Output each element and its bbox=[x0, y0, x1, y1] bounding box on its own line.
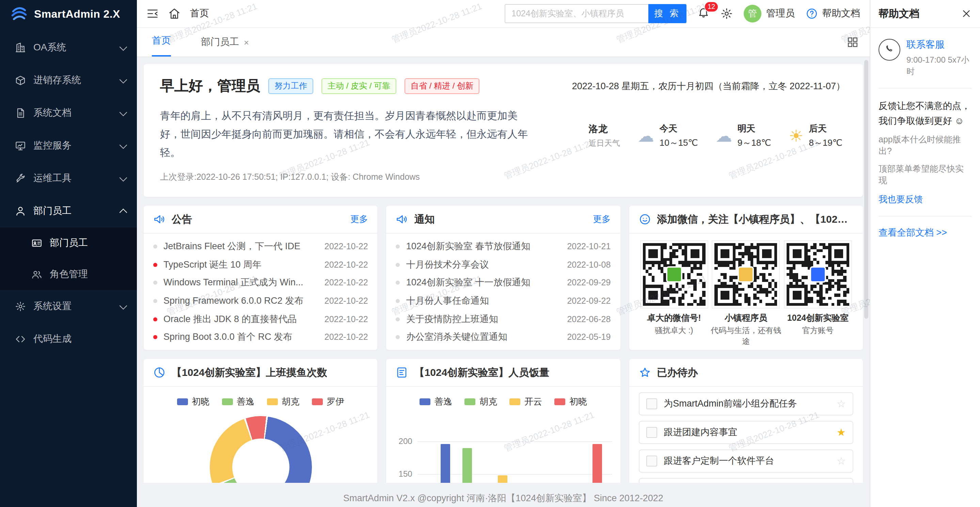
notice-row[interactable]: 办公室消杀关键位置通知2022-05-19 bbox=[396, 328, 611, 346]
feedback-link[interactable]: 我也要反馈 bbox=[878, 193, 972, 206]
todo-row[interactable]: 跟进客户定制一个软件平台 ☆ bbox=[638, 450, 853, 473]
notices-card: 通知 更多 1024创新实验室 春节放假通知2022-10-21 十月份技术分享… bbox=[387, 206, 620, 350]
sidebar-subitem-department-staff[interactable]: 部门员工 bbox=[0, 227, 137, 259]
smartadmin-logo-icon bbox=[10, 5, 28, 23]
breadcrumb[interactable]: 首页 bbox=[190, 8, 209, 20]
feedback-item: app版本什么时候能推出? bbox=[878, 134, 972, 157]
sidebar-item-system-docs[interactable]: 系统文档 bbox=[0, 97, 137, 129]
announcement-row[interactable]: Spring Framework 6.0.0 RC2 发布2022-10-22 bbox=[153, 292, 368, 310]
date-line: 2022-10-28 星期五，农历十月初四（当前霜降，立冬 2022-11-07… bbox=[572, 80, 845, 93]
greeting-title: 早上好，管理员 bbox=[160, 76, 260, 95]
sidebar: SmartAdmin 2.X OA系统 进销存系统 系统文档 监控服务 bbox=[0, 0, 137, 507]
phone-icon bbox=[878, 39, 900, 60]
user-menu[interactable]: 管 管理员 bbox=[744, 5, 795, 22]
slacking-chart-card: 【1024创新实验室】上班摸鱼次数 初晓 善逸 胡克 罗伊 bbox=[144, 359, 378, 483]
slacking-chart-title: 【1024创新实验室】上班摸鱼次数 bbox=[172, 366, 327, 379]
collapse-sidebar-icon[interactable] bbox=[146, 8, 159, 20]
sidebar-subitem-role-management[interactable]: 角色管理 bbox=[0, 259, 137, 290]
todo-checkbox[interactable] bbox=[646, 456, 657, 466]
building-icon bbox=[15, 42, 26, 53]
sidebar-item-system-settings[interactable]: 系统设置 bbox=[0, 290, 137, 323]
wechat-card: 添加微信，关注【小镇程序员】、【1024创新实验室】 卓大的微信号! 骚扰卓大 … bbox=[629, 206, 863, 350]
announcement-row[interactable]: Spring Boot 3.0.0 首个 RC 发布2022-10-22 bbox=[153, 328, 368, 346]
settings-gear-icon[interactable] bbox=[721, 8, 733, 20]
announcement-row[interactable]: Oracle 推出 JDK 8 的直接替代品2022-10-22 bbox=[153, 310, 368, 328]
smiley-icon bbox=[638, 213, 651, 226]
dashboard-content: 早上好，管理员 努力工作 主动 / 皮实 / 可靠 自省 / 精进 / 创新 2… bbox=[137, 57, 870, 507]
feedback-heading: 反馈让您不满意的点，我们争取做到更好 ☺ bbox=[878, 99, 972, 128]
tab-home[interactable]: 首页 bbox=[152, 27, 171, 57]
todo-row-clipped[interactable] bbox=[638, 478, 853, 483]
sidebar-item-oa-system[interactable]: OA系统 bbox=[0, 31, 137, 64]
todo-row[interactable]: 跟进团建内容事宜 ★ bbox=[638, 421, 853, 444]
feedback-item: 顶部菜单希望能尽快实现 bbox=[878, 164, 972, 187]
header-right: 搜 索 12 管 管理员 帮助文档 bbox=[504, 4, 860, 23]
todo-row[interactable]: 为SmartAdmin前端小组分配任务 ☆ bbox=[638, 392, 853, 415]
search-button[interactable]: 搜 索 bbox=[648, 4, 686, 23]
contact-hours: 9:00-17:00 5x7小时 bbox=[907, 54, 972, 78]
chevron-down-icon bbox=[119, 141, 127, 149]
sidebar-item-code-generator[interactable]: 代码生成 bbox=[0, 323, 137, 356]
announcement-row[interactable]: Windows Terminal 正式成为 Win...2022-10-22 bbox=[153, 274, 368, 292]
box-icon bbox=[15, 75, 26, 86]
home-icon[interactable] bbox=[168, 8, 180, 20]
last-login-info: 上次登录:2022-10-26 17:50:51; IP:127.0.0.1; … bbox=[160, 172, 846, 183]
qr-image bbox=[784, 240, 852, 308]
announcements-more-link[interactable]: 更多 bbox=[350, 213, 368, 226]
todo-checkbox[interactable] bbox=[646, 398, 657, 409]
notifications-bell[interactable]: 12 bbox=[697, 6, 710, 21]
all-docs-link[interactable]: 查看全部文档 >> bbox=[878, 227, 972, 239]
todo-title: 已办待办 bbox=[657, 366, 698, 379]
star-outline-icon[interactable]: ☆ bbox=[837, 398, 846, 410]
doughnut-legend: 初晓 善逸 胡克 罗伊 bbox=[144, 396, 378, 408]
todo-card: 已办待办 为SmartAdmin前端小组分配任务 ☆ 跟进团建内容事宜 ★ bbox=[629, 359, 863, 483]
notice-row[interactable]: 十月份技术分享会议2022-10-08 bbox=[396, 256, 611, 274]
sidebar-menu: OA系统 进销存系统 系统文档 监控服务 运维工具 bbox=[0, 29, 137, 356]
sidebar-item-department-staff[interactable]: 部门员工 bbox=[0, 195, 137, 227]
sidebar-item-monitor-service[interactable]: 监控服务 bbox=[0, 129, 137, 162]
report-icon bbox=[396, 366, 408, 378]
contact-support-link[interactable]: 联系客服 bbox=[907, 39, 972, 51]
close-icon[interactable] bbox=[961, 8, 972, 19]
weather-subtitle: 近日天气 bbox=[589, 138, 620, 148]
star-filled-icon[interactable]: ★ bbox=[837, 426, 846, 439]
todo-checkbox[interactable] bbox=[646, 427, 657, 438]
sidebar-submenu-department: 部门员工 角色管理 bbox=[0, 227, 137, 290]
weather-day-today: ☁ 今天 10～15℃ bbox=[638, 122, 698, 149]
weather-day-after: ☀ 后天 8～19℃ bbox=[789, 122, 842, 149]
avatar: 管 bbox=[744, 5, 761, 22]
star-outline-icon[interactable]: ☆ bbox=[837, 455, 846, 467]
announcements-title: 公告 bbox=[172, 213, 192, 226]
tab-department-staff[interactable]: 部门员工 × bbox=[201, 28, 249, 57]
search-input[interactable] bbox=[504, 4, 648, 23]
main-column: 首页 搜 索 12 管 管理员 帮助文档 bbox=[137, 0, 870, 507]
meal-chart-card: 【1024创新实验室】人员饭量 善逸 胡克 开云 初晓 200150 bbox=[387, 359, 620, 483]
chevron-down-icon bbox=[119, 174, 127, 181]
announcement-row[interactable]: JetBrains Fleet 公测，下一代 IDE2022-10-22 bbox=[153, 238, 368, 256]
horn-icon bbox=[396, 213, 408, 226]
scrollbar-thumb[interactable] bbox=[864, 60, 868, 319]
announcement-row[interactable]: TypeScript 诞生 10 周年2022-10-22 bbox=[153, 256, 368, 274]
gear-icon bbox=[15, 301, 26, 312]
sidebar-item-ops-tools[interactable]: 运维工具 bbox=[0, 162, 137, 195]
tab-layout-grid-icon[interactable] bbox=[846, 36, 859, 48]
sidebar-item-erp-system[interactable]: 进销存系统 bbox=[0, 64, 137, 97]
document-icon bbox=[15, 108, 26, 119]
notice-row[interactable]: 十月份人事任命通知2022-09-22 bbox=[396, 292, 611, 310]
chevron-up-icon bbox=[119, 209, 127, 216]
tab-close-icon[interactable]: × bbox=[244, 37, 249, 47]
notice-row[interactable]: 1024创新实验室 十一放假通知2022-09-29 bbox=[396, 274, 611, 292]
help-docs-entry[interactable]: 帮助文档 bbox=[806, 8, 860, 20]
notice-row[interactable]: 1024创新实验室 春节放假通知2022-10-21 bbox=[396, 238, 611, 256]
badge-self-improve: 自省 / 精进 / 创新 bbox=[404, 78, 479, 94]
id-card-icon bbox=[31, 238, 42, 249]
tool-icon bbox=[15, 173, 26, 184]
notices-more-link[interactable]: 更多 bbox=[593, 213, 611, 226]
announcements-card: 公告 更多 JetBrains Fleet 公测，下一代 IDE2022-10-… bbox=[144, 206, 378, 350]
star-icon bbox=[638, 366, 651, 378]
notice-row[interactable]: 关于疫情防控上班通知2022-06-28 bbox=[396, 310, 611, 328]
app-logo[interactable]: SmartAdmin 2.X bbox=[0, 0, 137, 29]
qr-image bbox=[712, 240, 780, 308]
global-search: 搜 索 bbox=[504, 4, 686, 23]
wechat-title: 添加微信，关注【小镇程序员】、【1024创新实验室】 bbox=[657, 213, 853, 226]
